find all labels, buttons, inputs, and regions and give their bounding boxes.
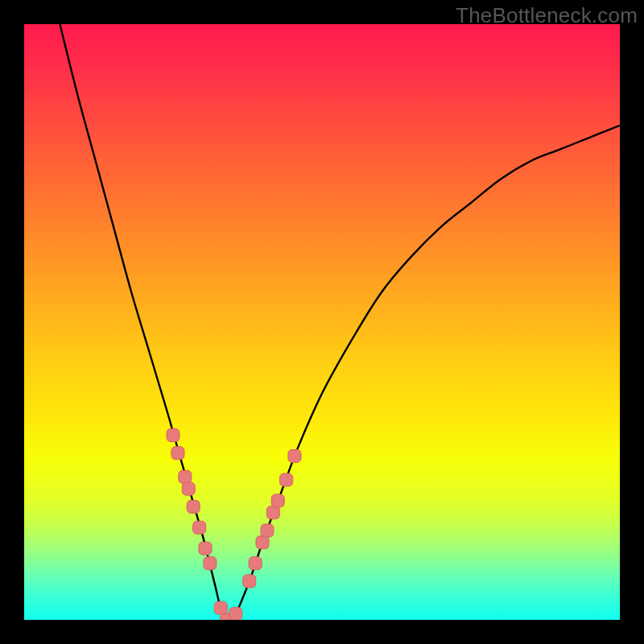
plot-area <box>24 24 620 620</box>
curve-marker <box>199 542 212 555</box>
watermark-text: TheBottleneck.com <box>456 3 638 28</box>
curve-marker <box>187 500 200 513</box>
curve-marker <box>249 557 262 570</box>
curve-marker <box>229 608 242 620</box>
curve-marker <box>182 482 195 495</box>
curve-marker <box>256 536 269 549</box>
curve-marker <box>193 521 206 534</box>
curve-marker <box>280 473 293 486</box>
curve-marker <box>261 524 274 537</box>
curve-marker <box>288 450 301 463</box>
curve-marker <box>204 557 217 570</box>
bottleneck-curve <box>60 24 620 620</box>
curve-marker <box>214 601 227 614</box>
bottleneck-chart-svg <box>24 24 620 620</box>
marker-group <box>167 429 301 620</box>
curve-marker <box>243 575 256 588</box>
curve-marker <box>271 494 284 507</box>
curve-marker <box>179 470 192 483</box>
curve-marker <box>171 447 184 460</box>
curve-marker <box>167 429 180 442</box>
curve-marker <box>266 506 279 519</box>
chart-frame: TheBottleneck.com <box>0 0 644 644</box>
